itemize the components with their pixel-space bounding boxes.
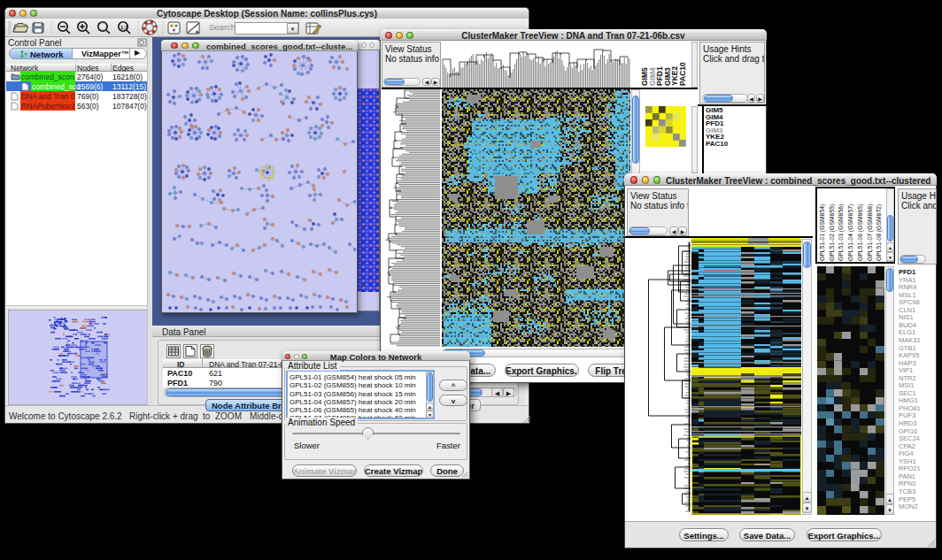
svg-text:PAC10: PAC10 [678, 62, 687, 86]
svg-text:GPL51-06 (GSM865): GPL51-06 (GSM865) [857, 204, 864, 261]
svg-text:GPL51-08 (GSM872): GPL51-08 (GSM872) [876, 204, 883, 261]
svg-text:Search:: Search: [209, 22, 238, 32]
svg-text:GPL51-04 (GSM857): GPL51-04 (GSM857) [847, 204, 854, 261]
svg-text:1:1: 1:1 [120, 25, 128, 30]
svg-text:GPL51-02 (GSM855): GPL51-02 (GSM855) [829, 204, 836, 261]
svg-text:GPL51-01 (GSM854): GPL51-01 (GSM854) [819, 204, 826, 261]
svg-text:GPL51-07 (GSM868): GPL51-07 (GSM868) [867, 204, 874, 261]
svg-text:GPL51-03 (GSM856): GPL51-03 (GSM856) [838, 204, 845, 261]
